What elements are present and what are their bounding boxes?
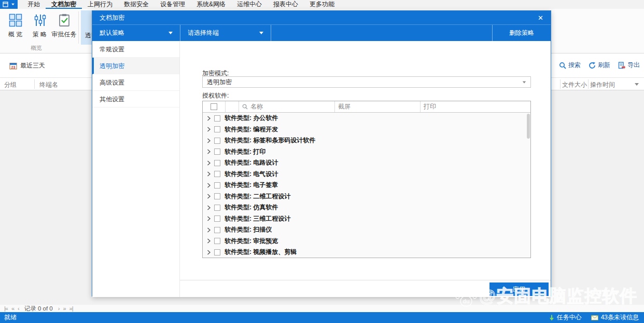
expand-chevron-icon[interactable] bbox=[207, 183, 211, 188]
software-category-row[interactable]: 软件类型: 二维工程设计 bbox=[203, 191, 530, 203]
expand-chevron-icon[interactable] bbox=[207, 216, 211, 221]
expand-chevron-icon[interactable] bbox=[207, 127, 211, 132]
pager-next-icon[interactable]: › bbox=[58, 305, 60, 312]
expand-chevron-icon[interactable] bbox=[207, 250, 211, 255]
pager-first-icon[interactable]: |« bbox=[4, 305, 8, 312]
software-category-row[interactable]: 软件类型: 电路设计 bbox=[203, 157, 530, 169]
app-menu-button[interactable] bbox=[0, 0, 18, 9]
expand-chevron-icon[interactable] bbox=[207, 116, 211, 121]
expand-chevron-icon[interactable] bbox=[207, 171, 211, 177]
caret-down-icon bbox=[259, 32, 263, 34]
software-category-row[interactable]: 软件类型: 仿真软件 bbox=[203, 202, 530, 213]
pager-next-page-icon[interactable]: » bbox=[63, 305, 65, 312]
software-category-row[interactable]: 软件类型: 标签和条形码设计软件 bbox=[203, 135, 530, 146]
software-category-row[interactable]: 软件类型: 电子签章 bbox=[203, 180, 530, 191]
window-icon bbox=[3, 2, 9, 7]
ribbon-button-label: 审批任务 bbox=[52, 30, 77, 39]
ribbon-button-approval-tasks[interactable]: 审批任务 bbox=[52, 10, 76, 45]
software-category-row[interactable]: 软件类型: 三维工程设计 bbox=[203, 213, 530, 225]
apply-button[interactable]: 应用 bbox=[489, 282, 549, 296]
approval-clipboard-icon bbox=[58, 14, 71, 27]
menu-tab-internet-behavior[interactable]: 上网行为 bbox=[82, 0, 118, 9]
ribbon-divider bbox=[78, 11, 79, 44]
search-tool-button[interactable]: 搜索 bbox=[559, 61, 581, 70]
ribbon-button-overview[interactable]: 概 览 bbox=[3, 10, 27, 45]
menu-tab-ops-center[interactable]: 运维中心 bbox=[231, 0, 268, 9]
expand-chevron-icon[interactable] bbox=[207, 160, 211, 166]
date-filter-button[interactable]: 23 最近三天 bbox=[9, 61, 45, 70]
menu-tab-device-management[interactable]: 设备管理 bbox=[155, 0, 191, 9]
delete-policy-button[interactable]: 删除策略 bbox=[492, 25, 551, 41]
menu-tabs: 开始 文档加密 上网行为 数据安全 设备管理 系统&网络 运维中心 报表中心 更… bbox=[22, 0, 340, 9]
row-checkbox[interactable] bbox=[214, 216, 220, 222]
ribbon-button-policy[interactable]: 策 略 bbox=[27, 10, 52, 45]
menu-tab-system-network[interactable]: 系统&网络 bbox=[191, 0, 231, 9]
software-category-row[interactable]: 软件类型: 打印 bbox=[203, 146, 530, 158]
row-checkbox[interactable] bbox=[214, 138, 220, 144]
expand-chevron-icon[interactable] bbox=[207, 238, 211, 244]
row-checkbox[interactable] bbox=[214, 249, 220, 255]
dialog-sidebar: 常规设置 透明加密 高级设置 其他设置 bbox=[92, 41, 180, 297]
pager-prev-icon[interactable]: ‹ bbox=[18, 305, 19, 312]
software-category-row[interactable]: 软件类型: 视频播放、剪辑 bbox=[203, 247, 530, 258]
pager-prev-page-icon[interactable]: « bbox=[11, 305, 14, 312]
menu-tab-report-center[interactable]: 报表中心 bbox=[268, 0, 304, 9]
refresh-tool-button[interactable]: 刷新 bbox=[589, 61, 610, 70]
software-category-row[interactable]: 软件类型: 编程开发 bbox=[203, 124, 530, 136]
row-checkbox[interactable] bbox=[214, 238, 220, 244]
column-header-group[interactable]: 分组 bbox=[4, 80, 17, 89]
software-category-row[interactable]: 软件类型: 审批预览 bbox=[203, 236, 530, 247]
row-checkbox[interactable] bbox=[214, 160, 220, 166]
policy-dropdown[interactable]: 默认策略 bbox=[92, 25, 180, 41]
expand-chevron-icon[interactable] bbox=[207, 194, 211, 199]
encrypt-mode-select[interactable]: 透明加密 bbox=[202, 76, 531, 88]
authorized-software-label: 授权软件: bbox=[202, 91, 229, 100]
menu-tab-more-functions[interactable]: 更多功能 bbox=[304, 0, 340, 9]
tool-label: 导出 bbox=[627, 61, 640, 70]
close-icon[interactable]: ✕ bbox=[538, 15, 543, 21]
dialog-nav-other-settings[interactable]: 其他设置 bbox=[92, 91, 179, 107]
menu-tab-start[interactable]: 开始 bbox=[22, 0, 46, 9]
row-checkbox[interactable] bbox=[214, 115, 220, 122]
export-icon bbox=[618, 62, 625, 69]
software-category-row[interactable]: 软件类型: 电气设计 bbox=[203, 169, 530, 180]
menu-tab-data-security[interactable]: 数据安全 bbox=[118, 0, 155, 9]
column-header-file-size[interactable]: 文件大小 bbox=[562, 80, 587, 89]
row-checkbox[interactable] bbox=[214, 205, 220, 211]
software-category-label: 软件类型: 打印 bbox=[225, 147, 265, 156]
expand-chevron-icon[interactable] bbox=[207, 227, 211, 233]
row-checkbox[interactable] bbox=[214, 227, 220, 233]
screenshot-column-header[interactable]: 截屏 bbox=[335, 101, 421, 112]
svg-text:23: 23 bbox=[11, 65, 16, 69]
print-column-header[interactable]: 打印 bbox=[421, 101, 530, 112]
expand-chevron-icon[interactable] bbox=[207, 149, 211, 154]
pager-last-icon[interactable]: »| bbox=[69, 305, 73, 312]
search-icon bbox=[242, 104, 248, 110]
dialog-nav-transparent-encryption[interactable]: 透明加密 bbox=[92, 58, 179, 74]
row-checkbox[interactable] bbox=[214, 182, 220, 189]
column-header-terminal-name[interactable]: 终端名 bbox=[39, 80, 58, 89]
row-checkbox[interactable] bbox=[214, 126, 220, 132]
column-filter-caret-icon[interactable] bbox=[635, 83, 639, 86]
row-checkbox[interactable] bbox=[214, 193, 220, 199]
expand-chevron-icon[interactable] bbox=[207, 205, 211, 210]
name-column-header[interactable]: 名称 bbox=[239, 101, 335, 112]
delete-policy-label: 删除策略 bbox=[509, 29, 534, 37]
date-filter-label: 最近三天 bbox=[20, 61, 45, 70]
dialog-nav-advanced-settings[interactable]: 高级设置 bbox=[92, 74, 179, 91]
expand-chevron-icon[interactable] bbox=[207, 138, 211, 143]
software-category-row[interactable]: 软件类型: 办公软件 bbox=[203, 113, 530, 124]
column-header-operation-time[interactable]: 操作时间 bbox=[590, 80, 615, 89]
table-scrollbar[interactable] bbox=[527, 114, 530, 139]
export-tool-button[interactable]: 导出 bbox=[618, 61, 640, 70]
task-center-button[interactable]: 任务中心 bbox=[549, 313, 582, 322]
unread-messages-button[interactable]: 43条未读信息 bbox=[591, 313, 639, 322]
menu-tab-doc-encryption[interactable]: 文档加密 bbox=[46, 0, 82, 9]
terminal-dropdown[interactable]: 请选择终端 bbox=[180, 25, 271, 41]
row-checkbox[interactable] bbox=[214, 149, 220, 155]
select-all-checkbox[interactable] bbox=[211, 103, 217, 110]
row-checkbox[interactable] bbox=[214, 171, 220, 177]
software-category-row[interactable]: 软件类型: 扫描仪 bbox=[203, 224, 530, 236]
footer-divider bbox=[180, 280, 551, 280]
dialog-nav-general-settings[interactable]: 常规设置 bbox=[92, 41, 179, 58]
